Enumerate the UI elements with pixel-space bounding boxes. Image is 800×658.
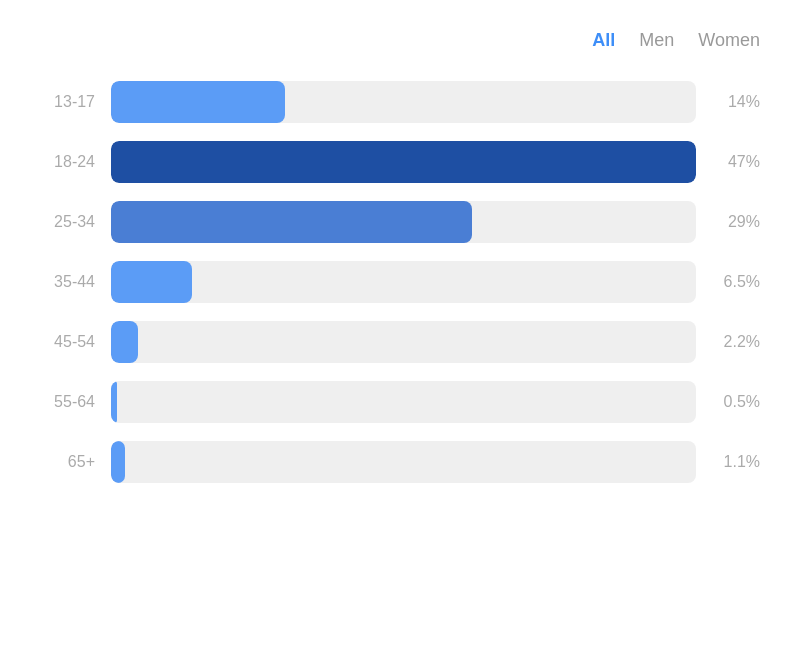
bar-row: 18-2447% (40, 141, 760, 183)
bar-row: 25-3429% (40, 201, 760, 243)
age-range-card: AllMenWomen 13-1714%18-2447%25-3429%35-4… (0, 0, 800, 523)
bar-fill (111, 441, 125, 483)
bar-row: 35-446.5% (40, 261, 760, 303)
pct-label: 29% (712, 213, 760, 231)
bar-fill (111, 201, 472, 243)
age-label: 55-64 (40, 393, 95, 411)
bar-track (111, 141, 696, 183)
bar-row: 55-640.5% (40, 381, 760, 423)
bar-row: 65+1.1% (40, 441, 760, 483)
bar-track (111, 321, 696, 363)
age-label: 25-34 (40, 213, 95, 231)
pct-label: 0.5% (712, 393, 760, 411)
pct-label: 2.2% (712, 333, 760, 351)
bar-row: 45-542.2% (40, 321, 760, 363)
filter-group: AllMenWomen (592, 30, 760, 51)
bar-row: 13-1714% (40, 81, 760, 123)
bar-track (111, 261, 696, 303)
bar-track (111, 381, 696, 423)
age-label: 45-54 (40, 333, 95, 351)
bar-fill (111, 321, 138, 363)
bar-fill (111, 261, 192, 303)
card-header: AllMenWomen (40, 30, 760, 51)
pct-label: 47% (712, 153, 760, 171)
bar-fill (111, 141, 696, 183)
filter-btn-all[interactable]: All (592, 30, 615, 51)
age-label: 35-44 (40, 273, 95, 291)
pct-label: 6.5% (712, 273, 760, 291)
chart-area: 13-1714%18-2447%25-3429%35-446.5%45-542.… (40, 81, 760, 483)
bar-track (111, 201, 696, 243)
bar-fill (111, 81, 285, 123)
bar-track (111, 81, 696, 123)
age-label: 13-17 (40, 93, 95, 111)
filter-btn-men[interactable]: Men (639, 30, 674, 51)
age-label: 65+ (40, 453, 95, 471)
pct-label: 14% (712, 93, 760, 111)
bar-track (111, 441, 696, 483)
bar-fill (111, 381, 117, 423)
filter-btn-women[interactable]: Women (698, 30, 760, 51)
age-label: 18-24 (40, 153, 95, 171)
pct-label: 1.1% (712, 453, 760, 471)
